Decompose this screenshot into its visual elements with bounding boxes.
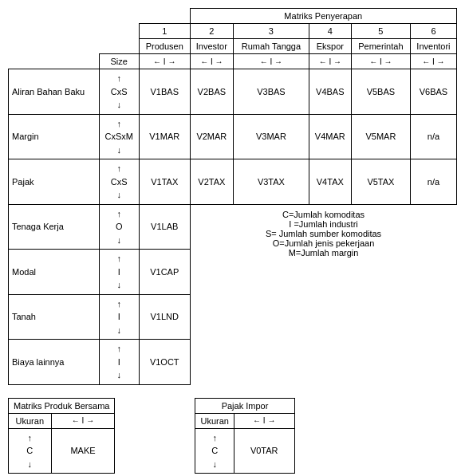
- legend-line5: M=Jumlah margin: [197, 248, 451, 258]
- size-2: CxS: [111, 177, 128, 187]
- arrow-down-1: ↓: [116, 145, 121, 155]
- col-label-4: Ekspor: [309, 39, 351, 54]
- col-num-6: 6: [410, 24, 456, 39]
- col-num-1: 1: [139, 24, 190, 39]
- size-4: I: [118, 267, 120, 277]
- cell-2-4: V5TAX: [351, 159, 410, 205]
- cell-2-0: V1TAX: [139, 159, 190, 205]
- tariff-size-label: Ukuran: [195, 413, 234, 428]
- cell-1-5: n/a: [410, 114, 456, 159]
- cell-2-5: n/a: [410, 159, 456, 205]
- arrow-up-2: ↑: [116, 163, 121, 173]
- cell-1-1: V2MAR: [190, 114, 234, 159]
- make-row-arrow-up: ↑: [28, 433, 33, 443]
- size-1: CxSxM: [105, 132, 133, 141]
- arrow-up-3: ↑: [116, 209, 121, 218]
- row-label-6: Biaya lainnya: [9, 340, 100, 385]
- arrow-down-0: ↓: [116, 100, 121, 109]
- legend-cell: C=Jumlah komoditas I =Jumlah industri S=…: [190, 204, 456, 384]
- make-arrow: ← I →: [51, 413, 115, 428]
- arrow-up-4: ↑: [116, 254, 121, 263]
- size-5: I: [118, 312, 120, 321]
- row-label-4: Modal: [9, 250, 100, 295]
- col-label-3: Rumah Tangga: [234, 39, 309, 54]
- cell-2-1: V2TAX: [190, 159, 234, 205]
- legend-line3: S= Jumlah sumber komoditas: [197, 229, 451, 238]
- arrow-up-0: ↑: [116, 73, 121, 83]
- bottom-section: Matriks Produk Bersama Ukuran ← I → ↑ C …: [8, 398, 457, 474]
- size-0: CxS: [111, 87, 128, 96]
- make-matrix-table: Matriks Produk Bersama Ukuran ← I → ↑ C …: [8, 398, 115, 474]
- cell-3-0: V1LAB: [139, 204, 190, 250]
- row-label-5: Tanah: [9, 294, 100, 340]
- cell-1-3: V4MAR: [309, 114, 351, 159]
- arrow-down-5: ↓: [116, 325, 121, 335]
- col-label-1: Produsen: [139, 39, 190, 54]
- tariff-row-arrow-up: ↑: [212, 433, 217, 443]
- tariff-title: Pajak Impor: [195, 398, 294, 413]
- cell-0-4: V5BAS: [351, 69, 410, 115]
- tariff-row-label: C: [211, 446, 218, 455]
- legend-line4: O=Jumlah jenis pekerjaan: [197, 238, 451, 248]
- col-label-2: Investor: [190, 39, 234, 54]
- row-label-3: Tenaga Kerja: [9, 204, 100, 250]
- col-num-5: 5: [351, 24, 410, 39]
- arrow-4: ← I →: [309, 54, 351, 69]
- tariff-matrix-table: Pajak Impor Ukuran ← I → ↑ C ↓ V0TAR: [195, 398, 294, 474]
- arrow-down-2: ↓: [116, 190, 121, 199]
- cell-0-5: V6BAS: [410, 69, 456, 115]
- tariff-row-arrow-down: ↓: [212, 459, 217, 469]
- col-label-5: Pemerintah: [351, 39, 410, 54]
- matrix-title: Matriks Penyerapan: [190, 9, 456, 24]
- legend-line1: C=Jumlah komoditas: [197, 210, 451, 219]
- cell-6-0: V1OCT: [139, 340, 190, 385]
- row-label-2: Pajak: [9, 159, 100, 205]
- make-title: Matriks Produk Bersama: [9, 398, 115, 413]
- row-label-0: Aliran Bahan Baku: [9, 69, 100, 115]
- cell-2-3: V4TAX: [309, 159, 351, 205]
- cell-0-2: V3BAS: [234, 69, 309, 115]
- make-row-label: C: [26, 446, 33, 455]
- arrow-down-6: ↓: [116, 370, 121, 380]
- make-row-arrow-down: ↓: [28, 459, 33, 469]
- size-3: O: [116, 222, 123, 231]
- cell-5-0: V1LND: [139, 294, 190, 340]
- empty-label: [9, 54, 100, 69]
- cell-0-1: V2BAS: [190, 69, 234, 115]
- main-matrix-table: Matriks Penyerapan 1 2 3 4 5 6 Produsen …: [8, 8, 457, 385]
- col-label-6: Inventori: [410, 39, 456, 54]
- arrow-down-3: ↓: [116, 235, 121, 245]
- arrow-5: ← I →: [351, 54, 410, 69]
- arrow-down-4: ↓: [116, 280, 121, 289]
- arrow-3: ← I →: [234, 54, 309, 69]
- legend-line2: I =Jumlah industri: [197, 219, 451, 229]
- col-num-3: 3: [234, 24, 309, 39]
- make-size-label: Ukuran: [9, 413, 52, 428]
- make-value: MAKE: [51, 428, 115, 474]
- cell-1-2: V3MAR: [234, 114, 309, 159]
- tariff-arrow: ← I →: [234, 413, 294, 428]
- arrow-2: ← I →: [190, 54, 234, 69]
- col-num-4: 4: [309, 24, 351, 39]
- size-6: I: [118, 357, 120, 367]
- arrow-up-5: ↑: [116, 299, 121, 309]
- size-label: Size: [99, 54, 139, 69]
- row-label-1: Margin: [9, 114, 100, 159]
- cell-1-0: V1MAR: [139, 114, 190, 159]
- cell-1-4: V5MAR: [351, 114, 410, 159]
- arrow-1: ← I →: [139, 54, 190, 69]
- cell-4-0: V1CAP: [139, 250, 190, 295]
- col-num-2: 2: [190, 24, 234, 39]
- arrow-up-6: ↑: [116, 344, 121, 353]
- arrow-6: ← I →: [410, 54, 456, 69]
- cell-0-0: V1BAS: [139, 69, 190, 115]
- arrow-up-1: ↑: [116, 119, 121, 128]
- tariff-value: V0TAR: [234, 428, 294, 474]
- cell-2-2: V3TAX: [234, 159, 309, 205]
- cell-0-3: V4BAS: [309, 69, 351, 115]
